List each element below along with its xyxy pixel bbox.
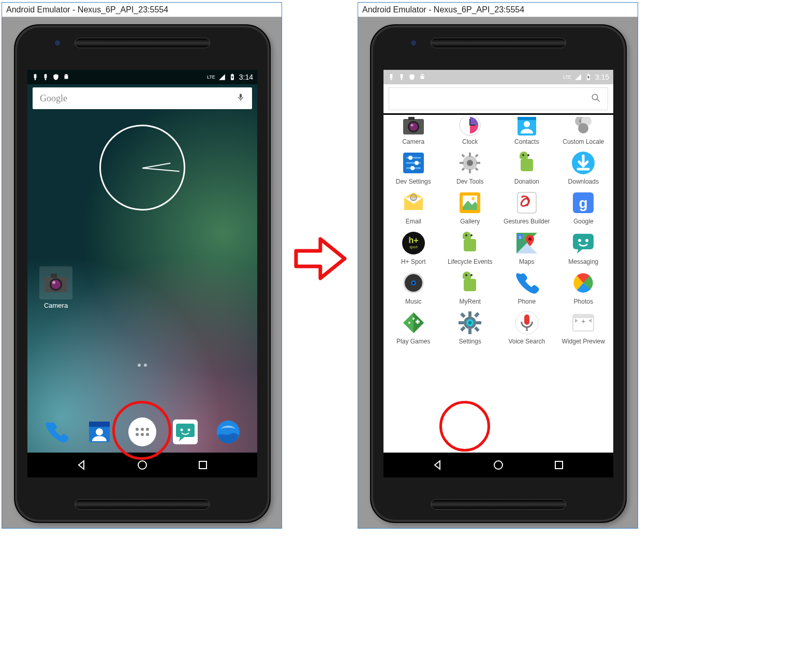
app-messaging[interactable]: Messaging xyxy=(556,229,612,265)
svg-rect-35 xyxy=(408,117,415,120)
signal-icon xyxy=(218,73,226,81)
phone-frame: LTE 3:15 CameraClockContactsCustom Local… xyxy=(370,24,627,523)
status-icon xyxy=(388,73,395,81)
svg-point-67 xyxy=(527,154,529,156)
app-label: Phone xyxy=(518,298,536,305)
app-maps[interactable]: gMaps xyxy=(499,229,555,265)
app-contacts[interactable]: Contacts xyxy=(499,117,555,145)
app-music[interactable]: Music xyxy=(386,268,441,305)
photos-icon xyxy=(569,268,598,297)
app-clock[interactable]: Clock xyxy=(442,117,498,145)
home-button[interactable] xyxy=(136,459,149,471)
app-donation[interactable]: Donation xyxy=(499,148,555,185)
app-myrent[interactable]: MyRent xyxy=(442,268,498,305)
app-label: Contacts xyxy=(514,139,539,145)
overview-button[interactable] xyxy=(553,459,565,471)
window-title: Android Emulator - Nexus_6P_API_23:5554 xyxy=(2,3,282,17)
svg-point-29 xyxy=(423,76,423,76)
status-icon xyxy=(398,73,405,81)
svg-rect-57 xyxy=(469,169,471,173)
back-button[interactable] xyxy=(432,459,444,471)
app-search-bar[interactable] xyxy=(389,87,608,110)
app-widget-preview[interactable]: +Widget Preview xyxy=(556,308,612,345)
front-camera-dot xyxy=(54,40,61,46)
google-search-bar[interactable]: Google xyxy=(33,87,252,109)
svg-rect-26 xyxy=(401,74,403,78)
app-label: MyRent xyxy=(460,298,481,305)
lte-label: LTE xyxy=(563,74,571,80)
svg-rect-58 xyxy=(460,162,464,164)
svg-rect-105 xyxy=(476,321,481,324)
svg-rect-23 xyxy=(199,461,206,469)
emulator-window-right: Android Emulator - Nexus_6P_API_23:5554 … xyxy=(358,2,638,529)
svg-point-38 xyxy=(410,124,413,127)
window-title: Android Emulator - Nexus_6P_API_23:5554 xyxy=(358,3,638,17)
divider xyxy=(383,113,613,115)
app-google[interactable]: gGoogle xyxy=(556,188,612,225)
browser-app[interactable] xyxy=(214,418,242,446)
app-email[interactable]: @Email xyxy=(386,188,441,225)
app-label: Maps xyxy=(519,259,534,265)
contacts-app[interactable] xyxy=(85,418,113,446)
svg-point-116 xyxy=(494,461,503,469)
app-h-sport[interactable]: h+sportH+ Sport xyxy=(386,229,441,265)
analog-clock-widget[interactable] xyxy=(99,125,185,211)
app-play-games[interactable]: Play Games xyxy=(386,308,441,345)
svg-point-98 xyxy=(470,274,473,276)
myrent-icon xyxy=(455,268,484,297)
page-indicator xyxy=(138,364,147,367)
svg-point-32 xyxy=(592,94,598,100)
app-gestures-builder[interactable]: Gestures Builder xyxy=(499,188,555,225)
back-button[interactable] xyxy=(76,459,88,471)
svg-point-13 xyxy=(52,281,55,284)
app-lifecycle-events[interactable]: Lifecycle Events xyxy=(442,229,498,265)
app-downloads[interactable]: Downloads xyxy=(556,148,612,185)
svg-rect-102 xyxy=(468,311,471,317)
svg-point-82 xyxy=(465,234,467,236)
app-drawer-button[interactable] xyxy=(128,418,156,446)
messaging-app[interactable] xyxy=(171,418,199,446)
search-placeholder: Google xyxy=(40,93,67,104)
svg-rect-10 xyxy=(51,274,57,278)
app-settings[interactable]: Settings xyxy=(442,308,498,345)
svg-point-5 xyxy=(67,76,67,76)
svg-rect-60 xyxy=(462,154,465,158)
app-camera[interactable]: Camera xyxy=(386,117,441,145)
svg-point-22 xyxy=(138,461,146,469)
camera-shortcut[interactable]: Camera xyxy=(36,266,76,309)
svg-rect-2 xyxy=(45,74,47,78)
svg-rect-103 xyxy=(468,329,471,334)
gallery-icon xyxy=(455,188,484,217)
svg-text:sport: sport xyxy=(409,245,418,249)
phone-frame: LTE 3:14 Google xyxy=(14,24,271,523)
app-dev-tools[interactable]: Dev Tools xyxy=(442,148,498,185)
svg-rect-1 xyxy=(35,78,36,80)
app-voice-search[interactable]: Voice Search xyxy=(499,308,555,345)
status-icon xyxy=(32,73,39,81)
app-gallery[interactable]: Gallery xyxy=(442,188,498,225)
app-label: Photos xyxy=(574,298,593,305)
svg-point-37 xyxy=(409,123,418,131)
svg-rect-0 xyxy=(34,74,37,78)
emulator-window-left: Android Emulator - Nexus_6P_API_23:5554 xyxy=(2,2,282,529)
svg-text:+: + xyxy=(581,317,585,325)
microphone-icon[interactable] xyxy=(237,92,245,104)
app-dev-settings[interactable]: Dev Settings xyxy=(386,148,441,185)
svg-rect-3 xyxy=(45,78,46,80)
overview-button[interactable] xyxy=(197,459,209,471)
signal-icon xyxy=(574,73,582,81)
nav-bar xyxy=(27,453,257,477)
svg-point-74 xyxy=(471,197,475,200)
dock xyxy=(27,413,257,451)
app-photos[interactable]: Photos xyxy=(556,268,612,305)
dev-settings-icon xyxy=(399,148,428,177)
svg-text:g: g xyxy=(519,234,521,239)
svg-text:g: g xyxy=(579,195,588,211)
svg-rect-65 xyxy=(521,159,533,171)
play-games-icon xyxy=(399,308,428,337)
home-button[interactable] xyxy=(492,459,505,471)
svg-point-83 xyxy=(470,234,473,236)
phone-app[interactable] xyxy=(42,418,70,446)
app-custom-locale[interactable]: Custom Locale xyxy=(556,117,612,145)
app-phone[interactable]: Phone xyxy=(499,268,555,305)
